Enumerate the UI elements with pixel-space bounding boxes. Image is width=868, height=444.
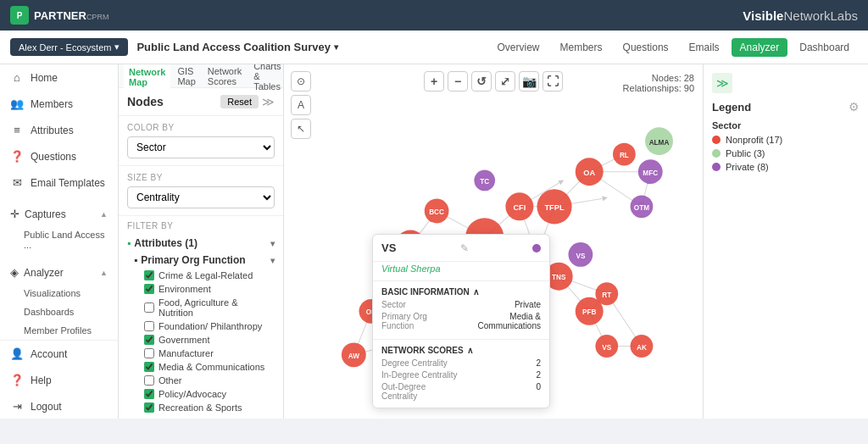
sidebar-item-attributes[interactable]: ≡ Attributes xyxy=(0,117,118,143)
filter-crime: Crime & Legal-Related xyxy=(134,269,275,282)
sidebar-visualizations[interactable]: Visualizations xyxy=(0,284,118,302)
sidebar-capture-item[interactable]: Public Land Access ... xyxy=(0,225,118,254)
minus-icon: ▪ xyxy=(127,237,131,249)
tab-dashboard[interactable]: Dashboard xyxy=(791,38,858,57)
reset-button[interactable]: Reset xyxy=(220,95,259,108)
ecosystem-button[interactable]: Alex Derr - Ecosystem ▾ xyxy=(10,38,128,56)
sec-tab-scores[interactable]: Network Scores xyxy=(203,64,247,89)
sidebar-label-home: Home xyxy=(31,72,58,84)
zoom-fullscreen-btn[interactable]: ⛶ xyxy=(542,71,563,92)
attributes-icon: ≡ xyxy=(10,124,24,136)
checkbox-recreation[interactable] xyxy=(144,402,154,413)
questions-icon: ❓ xyxy=(10,150,24,163)
checkbox-environment[interactable] xyxy=(144,284,154,294)
color-by-select[interactable]: Sector xyxy=(127,136,275,158)
tab-analyzer[interactable]: Analyzer xyxy=(732,38,788,57)
nodes-count: Nodes: 28 xyxy=(623,73,694,83)
tool-magnet[interactable]: ⊙ xyxy=(291,71,311,92)
legend-section-title: Sector xyxy=(712,120,860,130)
brand-name: VisibleNetworkLabs xyxy=(743,8,858,23)
sidebar-item-email-templates[interactable]: ✉ Email Templates xyxy=(0,169,118,196)
sec-tab-gis[interactable]: GIS Map xyxy=(172,64,200,89)
filter-label: FILTER BY xyxy=(127,221,275,230)
tab-emails[interactable]: Emails xyxy=(681,38,728,57)
tab-questions[interactable]: Questions xyxy=(615,38,677,57)
popup-scores: NETWORK SCORES ∧ Degree Centrality 2 In-… xyxy=(373,341,549,408)
filter-media-label: Media & Communications xyxy=(159,362,264,372)
analyzer-toggle[interactable]: ▲ xyxy=(100,269,108,277)
sidebar-item-account[interactable]: 👤 Account xyxy=(0,341,118,367)
logo-icon: P xyxy=(10,6,29,25)
collapse-panel-icon[interactable]: ≫ xyxy=(262,95,275,108)
checkbox-government[interactable] xyxy=(144,335,154,345)
zoom-toolbar: + − ↺ ⤢ 📷 ⛶ xyxy=(424,71,563,92)
filter-section: FILTER BY ▪ Attributes (1) ▾ ▪ Primary O… xyxy=(119,216,283,419)
sidebar-analyzer-header[interactable]: ◈ Analyzer ▲ xyxy=(0,261,118,284)
popup-degree-row: Degree Centrality 2 xyxy=(381,358,541,368)
survey-selector[interactable]: Public Land Access Coalition Survey ▾ xyxy=(136,41,338,53)
size-by-select[interactable]: Centrality xyxy=(127,186,275,208)
filter-other-label: Other xyxy=(159,375,182,386)
size-by-section: SIZE BY Centrality xyxy=(119,166,283,216)
checkbox-food[interactable] xyxy=(144,302,154,313)
captures-toggle[interactable]: ▲ xyxy=(100,210,108,219)
network-stats: Nodes: 28 Relationships: 90 xyxy=(623,73,694,93)
filter-food: Food, Agriculture & Nutrition xyxy=(134,296,275,319)
legend-panel: ≫ Legend ⚙ Sector Nonprofit (17) Public … xyxy=(703,64,868,419)
checkbox-foundation[interactable] xyxy=(144,321,154,331)
sidebar-item-help[interactable]: ❓ Help xyxy=(0,367,118,393)
zoom-fit-btn[interactable]: ⤢ xyxy=(495,71,515,92)
secondary-tabs: Network Map GIS Map Network Scores Chart… xyxy=(119,64,283,88)
attributes-header[interactable]: ▪ Attributes (1) ▾ xyxy=(127,235,275,252)
svg-text:PFB: PFB xyxy=(582,308,597,316)
popup-divider-2 xyxy=(373,339,549,340)
sidebar-member-profiles[interactable]: Member Profiles xyxy=(0,321,118,340)
tab-members[interactable]: Members xyxy=(552,38,611,57)
primary-org-toggle[interactable]: ▾ xyxy=(270,256,275,265)
zoom-screenshot-btn[interactable]: 📷 xyxy=(519,71,539,92)
checkbox-policy[interactable] xyxy=(144,389,154,399)
tab-overview[interactable]: Overview xyxy=(489,38,548,57)
svg-text:ALMA: ALMA xyxy=(649,139,670,147)
sidebar-item-home[interactable]: ⌂ Home xyxy=(0,64,118,91)
popup-indegree-label: In-Degree Centrality xyxy=(381,370,458,380)
sidebar-item-logout[interactable]: ⇥ Logout xyxy=(0,393,118,419)
minus-icon-org: ▪ xyxy=(134,254,137,266)
email-icon: ✉ xyxy=(10,176,24,189)
checkbox-crime[interactable] xyxy=(144,270,154,280)
attributes-toggle[interactable]: ▾ xyxy=(270,239,275,248)
sidebar-dashboards[interactable]: Dashboards xyxy=(0,302,118,321)
filter-foundation-label: Foundation/ Philanthropy xyxy=(159,321,262,331)
size-by-label: SIZE BY xyxy=(127,173,275,182)
legend-settings-icon[interactable]: ⚙ xyxy=(849,100,860,114)
filter-food-label: Food, Agriculture & Nutrition xyxy=(159,297,275,318)
zoom-in-btn[interactable]: + xyxy=(424,71,444,92)
sidebar-captures-header[interactable]: ✛ Captures ▲ xyxy=(0,203,118,225)
tool-cursor[interactable]: ↖ xyxy=(291,119,311,139)
color-by-section: COLOR BY Sector xyxy=(119,116,283,166)
popup-basic-title[interactable]: BASIC INFORMATION ∧ xyxy=(381,287,541,297)
tool-text[interactable]: A xyxy=(291,95,311,115)
popup-collapse-icon: ∧ xyxy=(473,287,479,297)
sec-tab-network-map[interactable]: Network Map xyxy=(124,64,170,90)
sec-tab-charts[interactable]: Charts & Tables xyxy=(248,64,284,94)
popup-sector-value: Private xyxy=(458,300,541,309)
popup-sector-dot xyxy=(532,244,541,253)
checkbox-manufacturer[interactable] xyxy=(144,348,154,358)
legend-item-public: Public (3) xyxy=(712,148,860,158)
popup-scores-title[interactable]: NETWORK SCORES ∧ xyxy=(381,346,541,355)
checkbox-media[interactable] xyxy=(144,362,154,372)
sidebar-item-questions[interactable]: ❓ Questions xyxy=(0,143,118,169)
primary-org-header[interactable]: ▪ Primary Org Function ▾ xyxy=(134,252,275,269)
zoom-reset-btn[interactable]: ↺ xyxy=(471,71,492,92)
popup-divider-1 xyxy=(373,280,549,281)
checkbox-other[interactable] xyxy=(144,375,154,386)
popup-edit-icon[interactable]: ✎ xyxy=(460,242,469,254)
popup-fullname: Virtual Sherpa xyxy=(373,262,549,279)
sidebar-item-members[interactable]: 👥 Members xyxy=(0,91,118,117)
sidebar-label-questions: Questions xyxy=(31,151,76,163)
zoom-out-btn[interactable]: − xyxy=(448,71,468,92)
legend-prev-btn[interactable]: ≫ xyxy=(712,73,732,93)
svg-text:CFI: CFI xyxy=(513,203,526,212)
sidebar-label-members: Members xyxy=(31,98,73,110)
